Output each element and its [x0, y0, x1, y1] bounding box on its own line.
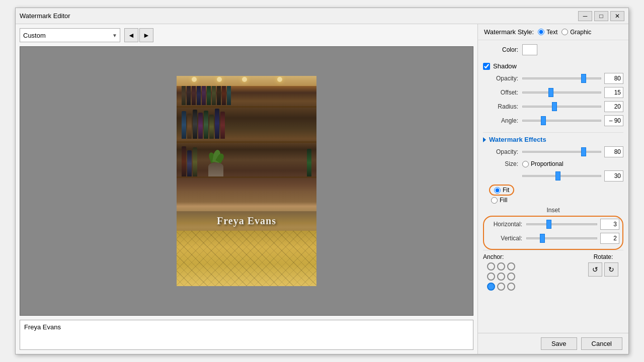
- color-label: Color:: [483, 46, 518, 53]
- effects-header: Watermark Effects: [483, 136, 623, 143]
- bottom-buttons: Save Cancel: [478, 333, 628, 354]
- fit-fill-container: Fit Fill: [489, 185, 623, 204]
- effects-label: Watermark Effects: [489, 136, 546, 143]
- shadow-opacity-value[interactable]: [604, 73, 623, 84]
- anchor-2-0[interactable]: [487, 283, 495, 291]
- prev-button[interactable]: ◄: [124, 28, 138, 42]
- effects-opacity-slider[interactable]: [522, 151, 601, 153]
- shadow-radius-slider[interactable]: [522, 106, 601, 108]
- style-text-option[interactable]: Text: [538, 29, 557, 36]
- anchor-1-2[interactable]: [507, 273, 515, 281]
- effects-section: Watermark Effects Opacity: Size: Proport…: [483, 133, 623, 298]
- photo-container: Freya Evans: [177, 76, 316, 286]
- shadow-radius-label: Radius:: [483, 103, 518, 110]
- right-panel: Watermark Style: Text Graphic Color:: [477, 24, 628, 354]
- size-slider-row: [483, 170, 623, 182]
- effects-expand-icon: [483, 137, 486, 142]
- main-window: Watermark Editor ─ □ ✕ Custom ◄ ►: [15, 8, 629, 354]
- anchor-0-2[interactable]: [507, 262, 515, 270]
- shadow-offset-slider[interactable]: [522, 92, 601, 94]
- shadow-radius-row: Radius:: [483, 101, 623, 112]
- fit-highlight: Fit: [489, 185, 514, 196]
- preset-dropdown[interactable]: Custom: [20, 28, 120, 42]
- anchor-2-2[interactable]: [507, 283, 515, 291]
- shadow-section: Shadow Opacity: Offset: Radius:: [483, 59, 623, 133]
- right-content: Color: Shadow Opacity: Offset: [478, 40, 628, 333]
- watermark-overlay: Freya Evans: [177, 211, 316, 231]
- horizontal-slider[interactable]: [526, 223, 597, 225]
- next-button[interactable]: ►: [139, 28, 153, 42]
- effects-opacity-row: Opacity:: [483, 146, 623, 157]
- content-area: Custom ◄ ►: [16, 24, 628, 354]
- nav-buttons: ◄ ►: [124, 28, 153, 42]
- anchor-0-1[interactable]: [497, 262, 505, 270]
- shadow-header: Shadow: [483, 62, 623, 70]
- anchor-grid: [487, 262, 583, 292]
- horizontal-value[interactable]: [600, 219, 619, 230]
- rotate-label: Rotate:: [583, 253, 623, 260]
- style-graphic-option[interactable]: Graphic: [561, 29, 591, 36]
- anchor-1-1[interactable]: [497, 273, 505, 281]
- size-slider[interactable]: [522, 175, 601, 177]
- cancel-button[interactable]: Cancel: [581, 337, 622, 350]
- inset-container: Inset Horizontal: Vertical:: [483, 207, 623, 250]
- left-panel: Custom ◄ ►: [16, 24, 477, 354]
- fit-option[interactable]: Fit: [494, 187, 509, 194]
- fit-radio[interactable]: [494, 187, 501, 194]
- rotate-ccw-button[interactable]: ↺: [588, 262, 602, 277]
- shadow-offset-label: Offset:: [483, 89, 518, 96]
- fill-option[interactable]: Fill: [491, 197, 623, 204]
- effects-opacity-value[interactable]: [604, 146, 623, 157]
- watermark-text-input-container: [20, 320, 473, 350]
- window-title: Watermark Editor: [20, 12, 70, 20]
- fill-radio[interactable]: [491, 197, 498, 204]
- toolbar: Custom ◄ ►: [20, 28, 473, 42]
- horizontal-row: Horizontal:: [487, 219, 619, 230]
- rotate-buttons: ↺ ↻: [583, 262, 623, 277]
- watermark-style-row: Watermark Style: Text Graphic: [478, 24, 628, 40]
- shadow-label: Shadow: [493, 62, 517, 70]
- rotate-section: Rotate: ↺ ↻: [583, 253, 623, 277]
- proportional-radio[interactable]: [522, 161, 529, 167]
- anchor-2-1[interactable]: [497, 283, 505, 291]
- dropdown-wrapper: Custom: [20, 28, 120, 42]
- watermark-text-input[interactable]: [24, 323, 469, 331]
- inset-title: Inset: [483, 207, 623, 214]
- save-button[interactable]: Save: [541, 337, 577, 350]
- vertical-row: Vertical:: [487, 233, 619, 244]
- horizontal-label: Horizontal:: [487, 221, 522, 228]
- minimize-button[interactable]: ─: [578, 11, 592, 21]
- size-label: Size:: [483, 160, 518, 167]
- window-controls: ─ □ ✕: [578, 11, 624, 21]
- shadow-angle-row: Angle:: [483, 115, 623, 126]
- watermark-style-label: Watermark Style:: [484, 28, 534, 36]
- shadow-radius-value[interactable]: [604, 101, 623, 112]
- maximize-button[interactable]: □: [594, 11, 608, 21]
- anchor-rotate-row: Anchor:: [483, 250, 623, 295]
- anchor-label: Anchor:: [483, 253, 583, 260]
- anchor-1-0[interactable]: [487, 273, 495, 281]
- style-text-radio[interactable]: [538, 29, 544, 35]
- close-button[interactable]: ✕: [610, 11, 624, 21]
- style-graphic-radio[interactable]: [561, 29, 568, 35]
- effects-opacity-label: Opacity:: [483, 148, 518, 155]
- vertical-label: Vertical:: [487, 235, 522, 242]
- shadow-offset-value[interactable]: [604, 87, 623, 98]
- color-picker[interactable]: [522, 44, 537, 55]
- shadow-angle-value[interactable]: [604, 115, 623, 126]
- shadow-angle-label: Angle:: [483, 117, 518, 124]
- rotate-cw-button[interactable]: ↻: [604, 262, 618, 277]
- vertical-value[interactable]: [600, 233, 619, 244]
- shadow-opacity-label: Opacity:: [483, 75, 518, 82]
- proportional-option[interactable]: Proportional: [522, 160, 564, 167]
- vertical-slider[interactable]: [526, 237, 597, 239]
- size-value[interactable]: [604, 170, 623, 182]
- shadow-angle-slider[interactable]: [522, 120, 601, 122]
- title-bar: Watermark Editor ─ □ ✕: [16, 8, 628, 24]
- shadow-checkbox[interactable]: [483, 63, 490, 70]
- shadow-opacity-slider[interactable]: [522, 77, 601, 79]
- inset-highlight: Horizontal: Vertical:: [483, 216, 623, 250]
- anchor-0-0[interactable]: [487, 262, 495, 270]
- size-row: Size: Proportional: [483, 160, 623, 167]
- anchor-section: Anchor:: [483, 253, 583, 292]
